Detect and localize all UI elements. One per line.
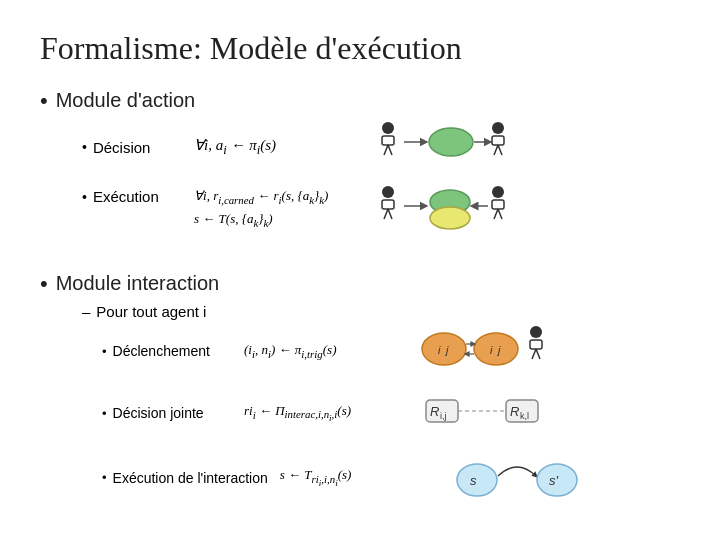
svg-line-10 (498, 145, 502, 155)
decision-diagram (376, 120, 506, 174)
execution-interaction-formula: s ← Trii,i,ni(s) (280, 467, 440, 488)
declenchement-row: • Déclenchement (ii, ni) ← πi,trig(s) i … (102, 324, 680, 378)
bullet-sym-1: • (40, 90, 48, 112)
svg-line-32 (536, 349, 540, 359)
section-module-interaction: • Module interaction – Pour tout agent i… (40, 272, 680, 507)
svg-point-0 (382, 122, 394, 134)
declenchement-diagram-svg: i j i j (416, 324, 546, 374)
svg-line-22 (498, 209, 502, 219)
svg-rect-12 (382, 200, 394, 209)
section-module-action: • Module d'action • Décision ∀i, ai ← πi… (40, 89, 680, 248)
execution-interaction-row: • Exécution de l'interaction s ← Trii,i,… (102, 448, 680, 507)
svg-rect-8 (492, 136, 504, 145)
execution-diagram (376, 184, 506, 248)
execution-row: • Exécution ∀i, ri,carned ← ri(s, {ak}k)… (82, 184, 680, 248)
svg-rect-20 (492, 200, 504, 209)
svg-line-9 (494, 145, 498, 155)
decision-jointe-formula: rii ← Πinterac,i,ni,i(s) (244, 403, 404, 424)
svg-point-19 (492, 186, 504, 198)
execution-interaction-diagram: s s' (452, 448, 582, 507)
module-action-label: Module d'action (56, 89, 195, 112)
decision-bullet: • Décision (82, 139, 182, 156)
bullet-sym-execution: • (82, 189, 87, 205)
pour-tout-label: Pour tout agent i (96, 303, 206, 320)
module-interaction-heading: • Module interaction (40, 272, 680, 295)
decision-row: • Décision ∀i, ai ← πi(s) (82, 120, 680, 174)
svg-text:s: s (470, 473, 477, 488)
execution-bullet: • Exécution (82, 184, 182, 205)
dash-sym: – (82, 303, 90, 320)
svg-rect-1 (382, 136, 394, 145)
execution-interaction-bullet: • Exécution de l'interaction (102, 470, 268, 486)
svg-rect-30 (530, 340, 542, 349)
svg-point-5 (429, 128, 473, 156)
execution-label: Exécution (93, 188, 159, 205)
declenchement-label: Déclenchement (113, 343, 210, 359)
bullet-sym-decl: • (102, 344, 107, 359)
pour-tout-agent: – Pour tout agent i (82, 303, 680, 320)
execution-formula: ∀i, ri,carned ← ri(s, {ak}k) s ← T(s, {a… (194, 184, 364, 232)
svg-point-26 (474, 333, 518, 365)
decision-jointe-row: • Décision jointe rii ← Πinterac,i,ni,i(… (102, 386, 680, 440)
declenchement-bullet: • Déclenchement (102, 343, 232, 359)
bullet-sym-2: • (40, 273, 48, 295)
svg-line-3 (388, 145, 392, 155)
decision-jointe-label: Décision jointe (113, 405, 204, 421)
svg-point-17 (430, 207, 470, 229)
svg-line-2 (384, 145, 388, 155)
decision-jointe-diagram: R i,j R k,l (416, 386, 546, 440)
bullet-sym-decision: • (82, 139, 87, 155)
svg-line-14 (388, 209, 392, 219)
module-interaction-label: Module interaction (56, 272, 219, 295)
svg-point-11 (382, 186, 394, 198)
bullet-sym-dj: • (102, 406, 107, 421)
bullet-sym-ei: • (102, 470, 107, 485)
svg-text:s': s' (549, 473, 559, 488)
slide-title: Formalisme: Modèle d'exécution (40, 30, 680, 67)
decision-jointe-bullet: • Décision jointe (102, 405, 232, 421)
svg-point-29 (530, 326, 542, 338)
svg-line-21 (494, 209, 498, 219)
declenchement-formula: (ii, ni) ← πi,trig(s) (244, 342, 404, 360)
execution-interaction-label: Exécution de l'interaction (113, 470, 268, 486)
slide: Formalisme: Modèle d'exécution • Module … (0, 0, 720, 540)
execution-diagram-svg (376, 184, 506, 244)
svg-text:i,j: i,j (440, 411, 447, 421)
decision-jointe-diagram-svg: R i,j R k,l (416, 386, 546, 436)
decision-formula: ∀i, ai ← πi(s) (194, 136, 364, 158)
svg-text:R: R (510, 404, 519, 419)
module-action-heading: • Module d'action (40, 89, 680, 112)
svg-point-7 (492, 122, 504, 134)
decision-label: Décision (93, 139, 151, 156)
svg-point-23 (422, 333, 466, 365)
decision-diagram-svg (376, 120, 506, 170)
declenchement-diagram: i j i j (416, 324, 546, 378)
execution-interaction-diagram-svg: s s' (452, 448, 582, 503)
svg-text:R: R (430, 404, 439, 419)
svg-point-42 (457, 464, 497, 496)
svg-text:k,l: k,l (520, 411, 529, 421)
svg-line-13 (384, 209, 388, 219)
svg-line-31 (532, 349, 536, 359)
